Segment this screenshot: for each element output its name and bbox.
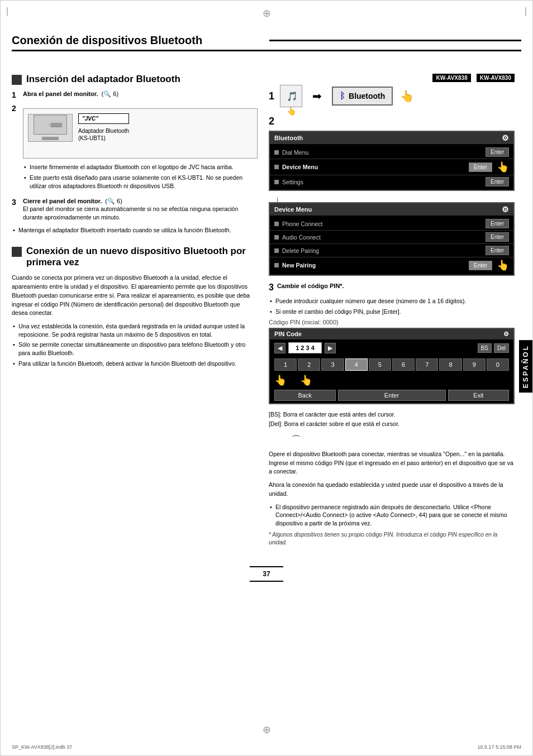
right-column: KW-AVX838 KW-AVX830 1 🎵 👆 ➡ (269, 74, 515, 547)
device-slot (42, 137, 59, 140)
step2-right: 2 Bluetooth ⚙ Dial Menu Enter (269, 116, 515, 276)
menu-item-icon-5 (274, 235, 279, 240)
extra-bullet: Mantenga el adaptador Bluetooth insertad… (12, 226, 258, 235)
pin-hand-1: 👆 (274, 374, 287, 386)
nav-icons: 🎵 👆 ➡ ᛒ Bluetooth 👆 (280, 85, 414, 107)
menu-screen-bluetooth: Bluetooth ⚙ Dial Menu Enter (269, 131, 515, 191)
title-line (269, 40, 521, 41)
pin-title-bar: PIN Code ⚙ (270, 329, 513, 339)
pin-prev-button[interactable]: ◀ (274, 343, 285, 353)
left-column: Inserción del adaptador Bluetooth 1 Abra… (12, 74, 258, 547)
pin-del-button[interactable]: Del (494, 343, 509, 353)
espanol-tab: ESPAÑOL (519, 340, 532, 393)
step3-right-header: 3 Cambie el código PIN*. (269, 283, 515, 293)
page-title: Conexión de dispositivos Bluetooth (12, 34, 264, 47)
enter-btn-delete[interactable]: Enter (486, 246, 509, 255)
bullet-1: Inserte firmemente el adaptador Bluetoot… (23, 163, 258, 171)
menu-item-icon (274, 150, 279, 155)
section1-header: Inserción del adaptador Bluetooth (12, 74, 258, 85)
s2-bullet-2: Sólo se permite conectar simultáneamente… (12, 341, 258, 357)
para2-text: Ahora la conexión ha quedado establecida… (269, 481, 515, 499)
gear-icon-1: ⚙ (502, 133, 509, 142)
pin-label: Código PIN (inicial: 0000) (269, 319, 515, 326)
bluetooth-nav-button[interactable]: ᛒ Bluetooth (332, 87, 393, 106)
step1-left-text: Abra el panel del monitor. (🔍 6) (23, 90, 118, 98)
adapter-name: Adaptador Bluetooth(KS-UBT1) (78, 127, 129, 142)
music-note-icon: 🎵 (284, 89, 298, 103)
music-icon-box: 🎵 👆 (280, 85, 302, 107)
bs-del-text: [BS]: Borra el carácter que está antes d… (269, 410, 515, 429)
corner-mark-tl: | (6, 6, 8, 16)
section2-intro: Cuando se conecta por primera vez un dis… (12, 274, 258, 318)
pin-exit-button[interactable]: Exit (448, 390, 510, 401)
menu-item-audio: Audio Connect Enter (270, 231, 513, 244)
model2-label: KW-AVX830 (477, 74, 515, 82)
pin-back-button[interactable]: Back (274, 390, 336, 401)
pin-bs-del: BS Del (478, 343, 509, 353)
s2-bullet-3: Para utilizar la función Bluetooth, debe… (12, 360, 258, 368)
menu-screen-device: Device Menu ⚙ Phone Connect Enter (269, 202, 515, 276)
nav-arrow: ➡ (312, 89, 322, 103)
extra-bullet-right-item: El dispositivo permanece registrado aún … (269, 503, 515, 528)
extra-bullet-list: Mantenga el adaptador Bluetooth insertad… (12, 226, 258, 235)
menu-item-dial: Dial Menu Enter (270, 146, 513, 159)
pin-key-7[interactable]: 7 (416, 358, 438, 371)
pin-gear-icon: ⚙ (503, 331, 509, 338)
page-title-bar: Conexión de dispositivos Bluetooth (12, 34, 521, 51)
menu-title-device: Device Menu ⚙ (270, 203, 513, 216)
pin-key-0[interactable]: 0 (487, 358, 509, 371)
pin-key-1[interactable]: 1 (274, 358, 297, 371)
crosshair-top: ⊕ (263, 7, 271, 20)
section1-title: Inserción del adaptador Bluetooth (26, 74, 180, 85)
step3-bullets: Puede introducir cualquier número que de… (269, 297, 515, 315)
section2: Conexión de un nuevo dispositivo Bluetoo… (12, 246, 258, 368)
pin-display: 1 2 3 4 (288, 342, 322, 353)
pin-next-button[interactable]: ▶ (325, 343, 336, 353)
pin-key-2[interactable]: 2 (298, 358, 320, 371)
bottom-footer: SP_KW-AVX838[J].indb 37 10.5.17 5:15:08 … (12, 744, 521, 750)
enter-btn-audio[interactable]: Enter (486, 232, 509, 242)
menu-item-settings: Settings Enter (270, 175, 513, 188)
step1-left: 1 Abra el panel del monitor. (🔍 6) (12, 90, 258, 99)
pin-key-8[interactable]: 8 (439, 358, 461, 371)
model-labels: KW-AVX838 KW-AVX830 (269, 74, 515, 82)
menu-item-delete: Delete Pairing Enter (270, 244, 513, 257)
svg-text:🎵: 🎵 (287, 91, 298, 102)
step3-right: 3 Cambie el código PIN*. Puede introduci… (269, 283, 515, 547)
pin-key-5[interactable]: 5 (369, 358, 391, 371)
pin-display-row: ◀ 1 2 3 4 ▶ BS Del (270, 339, 513, 356)
enter-btn-dial[interactable]: Enter (486, 147, 509, 157)
pin-screen: PIN Code ⚙ ◀ 1 2 3 4 ▶ BS Del 1 (269, 328, 515, 404)
bullet-2: Este puerto está diseñado para usarse so… (23, 174, 258, 190)
pin-bottom-row: Back Enter Exit (270, 387, 513, 403)
enter-btn-new-pairing[interactable]: Enter (469, 261, 492, 270)
menu-item-phone: Phone Connect Enter (270, 217, 513, 231)
menu-item-icon-7 (274, 263, 279, 267)
gear-icon-2: ⚙ (502, 205, 509, 214)
step3-bullet1: Puede introducir cualquier número que de… (269, 297, 515, 305)
pin-enter-button[interactable]: Enter (338, 390, 446, 401)
step3-bullet2: Si omite el cambio del código PIN, pulse… (269, 308, 515, 316)
menu-connector (277, 198, 515, 202)
section2-bullets: Una vez establecida la conexión, ésta qu… (12, 322, 258, 367)
enter-btn-device[interactable]: Enter (469, 162, 492, 172)
pin-key-6[interactable]: 6 (392, 358, 415, 371)
menu-items-1: Dial Menu Enter Device Menu Enter � (270, 144, 513, 190)
enter-btn-phone[interactable]: Enter (486, 219, 509, 228)
pin-key-4[interactable]: 4 (345, 358, 368, 371)
pin-key-3[interactable]: 3 (321, 358, 344, 371)
hand-pointer-menu1: 👆 (497, 161, 509, 173)
pin-key-9[interactable]: 9 (463, 358, 486, 371)
device-illustration: □ (28, 114, 73, 142)
step2-left: 2 □ (12, 104, 258, 193)
step1-right: 1 🎵 👆 ➡ ᛒ Bluetooth (269, 85, 515, 107)
menu-title-bluetooth: Bluetooth ⚙ (270, 132, 513, 144)
page-num-container: 37 (1, 558, 532, 582)
main-content: Inserción del adaptador Bluetooth 1 Abra… (12, 74, 521, 547)
section2-icon (12, 247, 22, 257)
curved-arrow: ⌒ (291, 433, 515, 447)
section1-icon (12, 75, 22, 85)
section2-title: Conexión de un nuevo dispositivo Bluetoo… (26, 246, 258, 269)
enter-btn-settings[interactable]: Enter (486, 177, 509, 186)
pin-bs-button[interactable]: BS (478, 343, 492, 353)
